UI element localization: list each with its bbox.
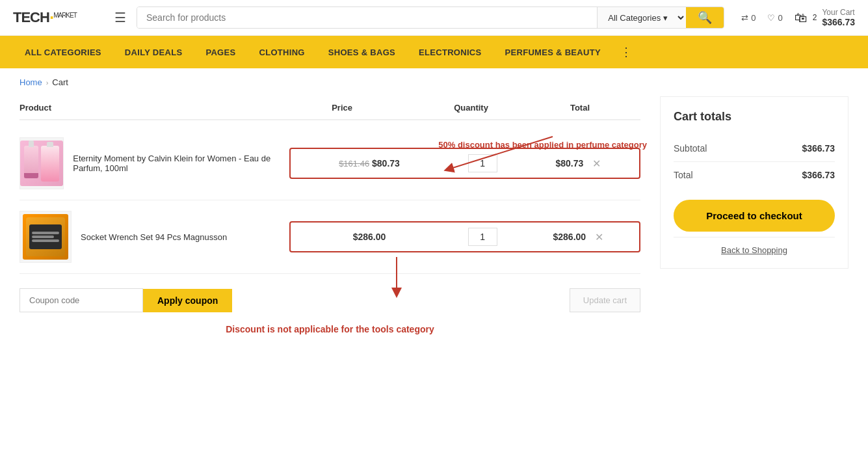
product-name-2: Socket Wrench Set 94 Pcs Magnusson — [81, 232, 227, 242]
nav-clothing[interactable]: CLOTHING — [247, 38, 316, 66]
coupon-area: Apply coupon Update cart Discount is not… — [20, 288, 640, 334]
table-row: Socket Wrench Set 94 Pcs Magnusson $286.… — [20, 200, 640, 274]
price-original-1: $161.46 — [339, 159, 369, 169]
cart-icon: 🛍 — [795, 10, 808, 25]
header-icons: ⇄ 0 ♡ 0 🛍 2 Your Cart $366.73 — [741, 8, 855, 27]
total-label: Total — [674, 170, 693, 180]
logo-market: MARKET — [53, 12, 77, 19]
wrench-price-highlight: $286.00 1 $286.00 ✕ — [289, 221, 640, 252]
col-header-total: Total — [519, 103, 640, 113]
coupon-input[interactable] — [20, 288, 143, 312]
compare-group[interactable]: ⇄ 0 — [741, 13, 756, 23]
breadcrumb-current: Cart — [52, 77, 68, 87]
nav-daily-deals[interactable]: DAILY DEALS — [113, 38, 194, 66]
product-image-1 — [20, 137, 64, 189]
qty-1[interactable]: 1 — [468, 154, 497, 172]
nav-more-icon[interactable]: ⋮ — [612, 36, 640, 68]
compare-count: 0 — [751, 13, 756, 23]
search-bar: All Categories ▾ 🔍 — [137, 7, 724, 29]
product-image-2 — [20, 211, 72, 263]
qty-2[interactable]: 1 — [468, 228, 497, 246]
cart-total-header: $366.73 — [822, 17, 855, 27]
wrench-qty-col: 1 — [440, 228, 525, 246]
main-nav: ALL CATEGORIES DAILY DEALS PAGES CLOTHIN… — [0, 36, 868, 68]
wishlist-group[interactable]: ♡ 0 — [767, 13, 782, 23]
totals-divider — [674, 237, 835, 237]
product-info-2: Socket Wrench Set 94 Pcs Magnusson — [20, 211, 289, 263]
total-1: $80.73 — [555, 158, 583, 169]
wrench-image — [23, 214, 68, 260]
subtotal-value: $366.73 — [802, 143, 835, 154]
nav-perfumes-beauty[interactable]: PERFUMES & BEAUTY — [493, 38, 612, 66]
heart-icon: ♡ — [767, 13, 775, 23]
search-input[interactable] — [137, 7, 597, 28]
total-row: Total $366.73 — [674, 162, 835, 188]
nav-all-categories[interactable]: ALL CATEGORIES — [13, 38, 113, 66]
perfume-total-col: $80.73 ✕ — [525, 157, 631, 170]
apply-coupon-button[interactable]: Apply coupon — [143, 289, 232, 312]
col-header-product: Product — [20, 103, 261, 113]
cart-table-header: Product Price Quantity Total — [20, 96, 640, 120]
perfume-price-col: $161.46 $80.73 — [298, 158, 440, 169]
table-row: Eternity Moment by Calvin Klein for Wome… — [20, 127, 640, 200]
search-button[interactable]: 🔍 — [686, 7, 724, 28]
nav-shoes-bags[interactable]: SHOES & BAGS — [317, 38, 407, 66]
product-name-1: Eternity Moment by Calvin Klein for Wome… — [73, 154, 289, 173]
main-content: Product Price Quantity Total 50% discoun… — [0, 96, 868, 360]
price-discounted-1: $80.73 — [372, 158, 400, 169]
cart-rows-container: 50% discount has been applied in perfume… — [20, 127, 640, 274]
perfume-price-highlight: $161.46 $80.73 1 $80.73 ✕ — [289, 148, 640, 179]
breadcrumb-separator: › — [46, 79, 49, 87]
col-header-price: Price — [261, 103, 423, 113]
cart-section: Product Price Quantity Total 50% discoun… — [20, 96, 640, 334]
back-to-shopping-link[interactable]: Back to Shopping — [674, 245, 835, 255]
hamburger-icon[interactable]: ☰ — [114, 10, 126, 25]
cart-label: Your Cart — [822, 8, 855, 17]
logo: TECH·MARKET — [13, 9, 104, 26]
cart-totals-sidebar: Cart totals Subtotal $366.73 Total $366.… — [660, 96, 848, 334]
nav-electronics[interactable]: ELECTRONICS — [407, 38, 493, 66]
perfume-qty-col: 1 — [440, 154, 525, 172]
perfume-image — [20, 141, 63, 186]
col-header-quantity: Quantity — [423, 103, 519, 113]
product-info-1: Eternity Moment by Calvin Klein for Wome… — [20, 137, 289, 189]
price-2: $286.00 — [353, 232, 386, 242]
category-select[interactable]: All Categories ▾ — [597, 7, 686, 28]
remove-item-1[interactable]: ✕ — [592, 157, 601, 170]
wishlist-count: 0 — [778, 13, 782, 23]
nav-pages[interactable]: PAGES — [194, 38, 247, 66]
breadcrumb-home[interactable]: Home — [20, 77, 42, 87]
wrench-price-col: $286.00 — [298, 232, 440, 242]
subtotal-row: Subtotal $366.73 — [674, 135, 835, 162]
checkout-button[interactable]: Proceed to checkout — [674, 200, 835, 232]
remove-item-2[interactable]: ✕ — [595, 231, 603, 243]
wrench-total-col: $286.00 ✕ — [525, 231, 631, 243]
subtotal-label: Subtotal — [674, 143, 707, 154]
cart-badge: 2 — [813, 13, 817, 22]
total-2: $286.00 — [553, 232, 586, 242]
logo-text: TECH — [13, 9, 49, 26]
update-cart-button[interactable]: Update cart — [570, 288, 640, 312]
compare-icon: ⇄ — [741, 13, 748, 23]
discount-not-applicable-note: Discount is not applicable for the tools… — [20, 324, 640, 334]
cart-header-area[interactable]: 🛍 2 Your Cart $366.73 — [795, 8, 855, 27]
total-value: $366.73 — [802, 170, 835, 180]
coupon-row: Apply coupon Update cart — [20, 288, 640, 312]
breadcrumb: Home › Cart — [0, 68, 868, 96]
totals-box: Cart totals Subtotal $366.73 Total $366.… — [660, 96, 848, 269]
totals-title: Cart totals — [674, 110, 835, 124]
